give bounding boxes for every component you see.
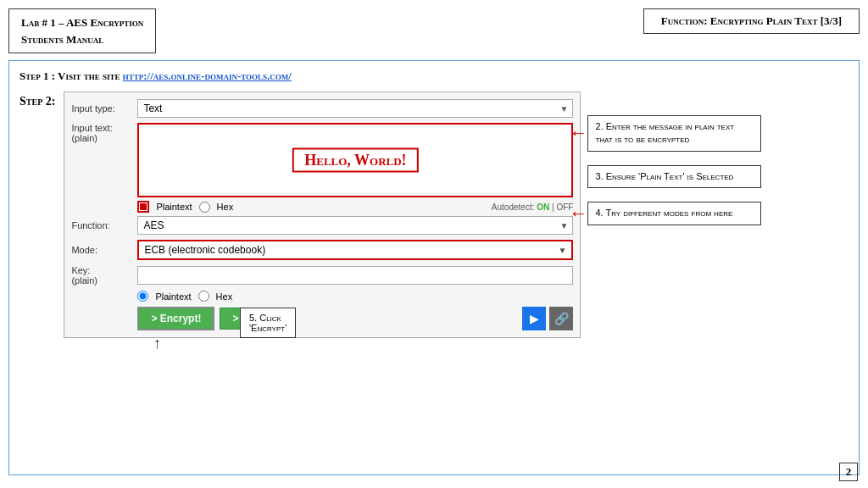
function-select[interactable]: AES DES 3DES: [137, 216, 573, 235]
step2-area: Step 2: Input type: Text File: [19, 92, 849, 338]
header-right: Function: Encrypting Plain Text [3/3]: [643, 8, 860, 34]
key-hex-label[interactable]: Hex: [216, 291, 233, 302]
step1-line: Step 1 : Visit the site http://aes.onlin…: [19, 69, 849, 83]
input-type-row: Input type: Text File: [71, 99, 573, 118]
plaintext-hex-row: Plaintext Hex Autodetect: ON | OFF: [71, 201, 573, 213]
input-textarea[interactable]: [139, 125, 571, 192]
step1-text: Visit the site: [58, 69, 123, 82]
mode-row: Mode: ECB (electronic codebook) CBC (cip…: [71, 240, 573, 260]
link-button[interactable]: 🔗: [549, 307, 573, 330]
step5-box: 5. Click 'Encrypt': [240, 308, 296, 338]
header: Lab # 1 – AES Encryption Students Manual…: [8, 8, 860, 53]
input-type-select-wrapper: Text File: [137, 99, 573, 118]
function-label: Function:: [71, 220, 131, 230]
annotation2-box: 2. Enter the message in plain text that …: [587, 115, 761, 152]
autodetect-sep: |: [552, 202, 554, 212]
header-left: Lab # 1 – AES Encryption Students Manual: [8, 8, 156, 53]
annotation4-wrapper: ← 4. Try different modes from here: [587, 202, 761, 225]
input-text-row: Input text: (plain) Hello, World!: [71, 123, 573, 197]
key-row: Key: (plain): [71, 265, 573, 286]
play-button[interactable]: ▶: [522, 307, 546, 330]
step5-up-arrow: ↑: [153, 335, 161, 352]
page: Lab # 1 – AES Encryption Students Manual…: [0, 0, 868, 488]
annotation2-arrow: ←: [569, 124, 587, 142]
autodetect-label: Autodetect:: [492, 202, 535, 212]
header-title-line2: Students Manual: [21, 31, 143, 48]
input-type-select[interactable]: Text File: [137, 99, 573, 118]
mode-label: Mode:: [71, 245, 131, 255]
input-text-label: Input text: (plain): [71, 123, 131, 143]
autodetect-on: ON: [537, 202, 549, 212]
hex-radio[interactable]: [199, 202, 210, 213]
hex-radio-label[interactable]: Hex: [217, 202, 234, 212]
key-plaintext-radio[interactable]: [137, 291, 148, 302]
step1-link[interactable]: http://aes.online-domain-tools.com/: [123, 69, 292, 82]
input-type-label: Input type:: [71, 103, 131, 114]
key-hex-radio[interactable]: [198, 291, 209, 302]
mode-select-wrapper: ECB (electronic codebook) CBC (cipher bl…: [137, 240, 573, 260]
annotation4-box: 4. Try different modes from here: [587, 202, 761, 225]
function-select-wrapper: AES DES 3DES: [137, 216, 573, 235]
input-textarea-wrapper: Hello, World!: [137, 123, 573, 197]
key-plaintext-label[interactable]: Plaintext: [155, 291, 191, 302]
annotation4-arrow: ←: [569, 204, 587, 223]
annotation3-wrapper: 3. Ensure 'Plain Text' is Selected: [587, 165, 761, 188]
page-number: 2: [839, 463, 858, 481]
function-row: Function: AES DES 3DES: [71, 216, 573, 235]
plaintext-radio-label[interactable]: Plaintext: [156, 202, 192, 212]
key-input[interactable]: [137, 266, 573, 285]
header-title-line1: Lab # 1 – AES Encryption: [21, 14, 143, 31]
encrypt-button[interactable]: > Encrypt!: [137, 307, 214, 330]
plaintext-checkbox-icon: [137, 201, 149, 213]
step2-label: Step 2:: [19, 95, 55, 108]
key-label: Key: (plain): [71, 265, 131, 286]
mode-select[interactable]: ECB (electronic codebook) CBC (cipher bl…: [139, 241, 571, 258]
annotation2-wrapper: ← 2. Enter the message in plain text tha…: [587, 115, 761, 152]
step1-label: Step 1 :: [19, 69, 55, 82]
tool-panel: Input type: Text File Input text: (plain…: [64, 92, 581, 338]
autodetect-info: Autodetect: ON | OFF: [492, 202, 574, 212]
main-content-box: Step 1 : Visit the site http://aes.onlin…: [8, 60, 860, 475]
button-row: > Encrypt! > Decrypt! ▶ 🔗: [71, 307, 573, 330]
bottom-radio-row: Plaintext Hex: [71, 291, 573, 302]
annotation3-box: 3. Ensure 'Plain Text' is Selected: [587, 165, 761, 188]
annotations-column: ← 2. Enter the message in plain text tha…: [587, 92, 761, 225]
